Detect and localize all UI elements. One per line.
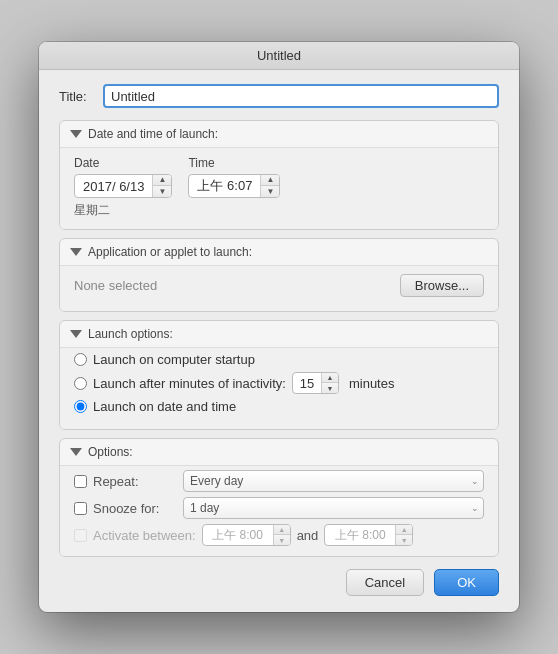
app-section-label: Application or applet to launch: bbox=[88, 245, 252, 259]
titlebar-title: Untitled bbox=[257, 48, 301, 63]
options-section-header: Options: bbox=[60, 439, 498, 465]
activate-time1-up-btn[interactable]: ▲ bbox=[274, 524, 290, 535]
activate-time2-stepper: 上午 8:00 ▲ ▼ bbox=[324, 524, 413, 546]
repeat-label: Repeat: bbox=[93, 474, 183, 489]
snooze-row: Snooze for: 1 day 30 minutes 1 hour ⌄ bbox=[74, 497, 484, 519]
activate-time1-buttons: ▲ ▼ bbox=[273, 524, 290, 546]
datetime-section-body: Date 2017/ 6/13 ▲ ▼ 星期二 Time bbox=[60, 147, 498, 229]
activate-time2-buttons: ▲ ▼ bbox=[395, 524, 412, 546]
activate-row: Activate between: 上午 8:00 ▲ ▼ and 上午 8:0… bbox=[74, 524, 484, 546]
app-triangle-icon[interactable] bbox=[70, 248, 82, 256]
snooze-dropdown-container: 1 day 30 minutes 1 hour ⌄ bbox=[183, 497, 484, 519]
launch-option3-radio[interactable] bbox=[74, 400, 87, 413]
datetime-triangle-icon[interactable] bbox=[70, 130, 82, 138]
inactivity-stepper-buttons: ▲ ▼ bbox=[321, 372, 338, 394]
repeat-row: Repeat: Every day Every week Every month… bbox=[74, 470, 484, 492]
titlebar: Untitled bbox=[39, 42, 519, 70]
snooze-label: Snooze for: bbox=[93, 501, 183, 516]
options-triangle-icon[interactable] bbox=[70, 448, 82, 456]
activate-label: Activate between: bbox=[93, 528, 196, 543]
title-input[interactable] bbox=[103, 84, 499, 108]
date-stepper: 2017/ 6/13 ▲ ▼ bbox=[74, 174, 172, 198]
launch-option3-label: Launch on date and time bbox=[93, 399, 236, 414]
launch-option2-row: Launch after minutes of inactivity: 15 ▲… bbox=[74, 372, 484, 394]
date-up-btn[interactable]: ▲ bbox=[153, 174, 171, 186]
time-group: Time 上午 6:07 ▲ ▼ bbox=[188, 156, 280, 219]
title-row: Title: bbox=[59, 84, 499, 108]
datetime-section-header: Date and time of launch: bbox=[60, 121, 498, 147]
none-selected-label: None selected bbox=[74, 278, 157, 293]
activate-time1-stepper: 上午 8:00 ▲ ▼ bbox=[202, 524, 291, 546]
browse-button[interactable]: Browse... bbox=[400, 274, 484, 297]
inactivity-down-btn[interactable]: ▼ bbox=[322, 383, 338, 394]
launch-option1-radio[interactable] bbox=[74, 353, 87, 366]
app-section: Application or applet to launch: None se… bbox=[59, 238, 499, 312]
launch-option1-label: Launch on computer startup bbox=[93, 352, 255, 367]
app-section-body: None selected Browse... bbox=[60, 265, 498, 311]
activate-time2-down-btn[interactable]: ▼ bbox=[396, 535, 412, 546]
ok-button[interactable]: OK bbox=[434, 569, 499, 596]
launch-triangle-icon[interactable] bbox=[70, 330, 82, 338]
activate-time2-value: 上午 8:00 bbox=[325, 527, 395, 544]
time-up-btn[interactable]: ▲ bbox=[261, 174, 279, 186]
datetime-section-label: Date and time of launch: bbox=[88, 127, 218, 141]
date-col-label: Date bbox=[74, 156, 172, 170]
snooze-checkbox[interactable] bbox=[74, 502, 87, 515]
options-section: Options: Repeat: Every day Every week Ev… bbox=[59, 438, 499, 557]
day-of-week: 星期二 bbox=[74, 202, 172, 219]
repeat-dropdown[interactable]: Every day Every week Every month bbox=[183, 470, 484, 492]
time-stepper: 上午 6:07 ▲ ▼ bbox=[188, 174, 280, 198]
launch-section-body: Launch on computer startup Launch after … bbox=[60, 347, 498, 429]
repeat-checkbox[interactable] bbox=[74, 475, 87, 488]
snooze-dropdown[interactable]: 1 day 30 minutes 1 hour bbox=[183, 497, 484, 519]
launch-section-label: Launch options: bbox=[88, 327, 173, 341]
datetime-section: Date and time of launch: Date 2017/ 6/13… bbox=[59, 120, 499, 230]
launch-option3-row: Launch on date and time bbox=[74, 399, 484, 414]
activate-time1-down-btn[interactable]: ▼ bbox=[274, 535, 290, 546]
dialog: Untitled Title: Date and time of launch:… bbox=[39, 42, 519, 612]
time-down-btn[interactable]: ▼ bbox=[261, 186, 279, 198]
inactivity-up-btn[interactable]: ▲ bbox=[322, 372, 338, 383]
button-row: Cancel OK bbox=[59, 569, 499, 596]
activate-time2-up-btn[interactable]: ▲ bbox=[396, 524, 412, 535]
title-label: Title: bbox=[59, 89, 95, 104]
launch-section-header: Launch options: bbox=[60, 321, 498, 347]
repeat-dropdown-container: Every day Every week Every month ⌄ bbox=[183, 470, 484, 492]
options-section-body: Repeat: Every day Every week Every month… bbox=[60, 465, 498, 556]
time-stepper-buttons: ▲ ▼ bbox=[260, 174, 279, 198]
inactivity-value: 15 bbox=[293, 376, 321, 391]
date-stepper-buttons: ▲ ▼ bbox=[152, 174, 171, 198]
date-value: 2017/ 6/13 bbox=[75, 179, 152, 194]
minutes-label: minutes bbox=[349, 376, 395, 391]
time-value: 上午 6:07 bbox=[189, 177, 260, 195]
launch-option2-radio[interactable] bbox=[74, 377, 87, 390]
date-group: Date 2017/ 6/13 ▲ ▼ 星期二 bbox=[74, 156, 172, 219]
inactivity-stepper: 15 ▲ ▼ bbox=[292, 372, 339, 394]
options-section-label: Options: bbox=[88, 445, 133, 459]
time-col-label: Time bbox=[188, 156, 280, 170]
app-section-header: Application or applet to launch: bbox=[60, 239, 498, 265]
launch-option2-label: Launch after minutes of inactivity: bbox=[93, 376, 286, 391]
activate-time1-value: 上午 8:00 bbox=[203, 527, 273, 544]
and-text: and bbox=[297, 528, 319, 543]
activate-checkbox[interactable] bbox=[74, 529, 87, 542]
date-down-btn[interactable]: ▼ bbox=[153, 186, 171, 198]
cancel-button[interactable]: Cancel bbox=[346, 569, 424, 596]
launch-option1-row: Launch on computer startup bbox=[74, 352, 484, 367]
app-row: None selected Browse... bbox=[74, 270, 484, 301]
launch-section: Launch options: Launch on computer start… bbox=[59, 320, 499, 430]
